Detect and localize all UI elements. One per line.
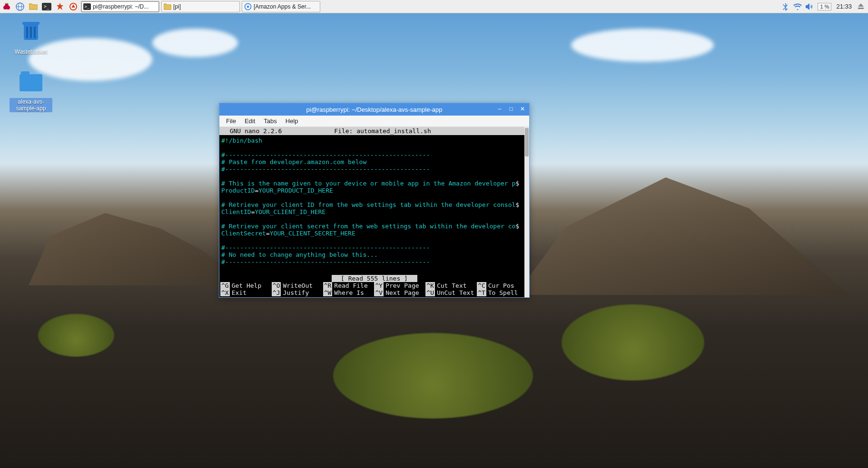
nano-shortcut: ^YPrev Page (374, 282, 425, 289)
task-filemgr-icon (164, 3, 171, 10)
editor-line: # Paste from developer.amazon.com below (221, 158, 527, 166)
file-manager[interactable] (28, 1, 39, 12)
editor-line: ClientSecret=YOUR_CLIENT_SECRET_HERE (221, 230, 527, 237)
wallpaper-cloud (571, 29, 714, 62)
menu-edit[interactable]: Edit (241, 117, 259, 126)
wallpaper-grass (333, 333, 533, 419)
nano-shortcut: ^CCur Pos (477, 282, 528, 289)
editor-line (221, 173, 527, 180)
nano-shortcut: ^RRead File (323, 282, 375, 289)
window-maximize-button[interactable]: □ (506, 105, 516, 113)
nano-version: GNU nano 2.2.6 (222, 127, 282, 135)
nano-shortcut: ^XExit (220, 289, 272, 296)
editor-line: #---------------------------------------… (221, 166, 527, 173)
editor-line (221, 237, 527, 244)
terminal-scrollbar[interactable] (524, 127, 529, 297)
nano-shortcut: ^KCut Text (425, 282, 477, 289)
task-terminal[interactable]: >_pi@raspberrypi: ~/D... (81, 1, 159, 12)
nano-shortcut-bar: ^GGet Help^OWriteOut^RRead File^YPrev Pa… (219, 282, 529, 297)
taskbar: >_ >_pi@raspberrypi: ~/D...[pi][Amazon A… (0, 0, 868, 13)
window-close-button[interactable]: ✕ (518, 105, 527, 113)
editor-line: # Retrieve your client ID from the web s… (221, 201, 527, 208)
nano-header: GNU nano 2.2.6 File: automated_install.s… (219, 127, 529, 135)
menu-help[interactable]: Help (282, 117, 302, 126)
task-chromium-icon (244, 3, 252, 10)
raspberry-menu[interactable] (1, 1, 12, 12)
window-titlebar[interactable]: pi@raspberrypi: ~/Desktop/alexa-avs-samp… (219, 103, 529, 116)
task-label: [pi] (173, 3, 181, 10)
editor-line: #---------------------------------------… (221, 151, 527, 158)
cpu-usage[interactable]: 1 % (818, 3, 831, 10)
menu-tabs[interactable]: Tabs (260, 117, 280, 126)
clock[interactable]: 21:33 (834, 3, 854, 10)
task-chromium[interactable]: [Amazon Apps & Ser... (242, 1, 320, 12)
editor-line: ClientID=YOUR_CLIENT_ID_HERE (221, 208, 527, 215)
editor-line (221, 194, 527, 201)
wifi-icon[interactable] (793, 2, 802, 11)
menu-file[interactable]: File (222, 117, 240, 126)
wallpaper-mountain (29, 209, 247, 285)
web-browser[interactable] (14, 1, 26, 12)
scrollbar-thumb[interactable] (525, 128, 529, 156)
svg-point-10 (247, 5, 249, 8)
eject-icon[interactable] (857, 2, 865, 11)
editor-line: # This is the name given to your device … (221, 180, 527, 187)
svg-marker-6 (57, 3, 63, 10)
folder-icon (20, 74, 42, 97)
wallpaper-grass (562, 304, 704, 380)
editor-line: #---------------------------------------… (221, 244, 527, 251)
terminal[interactable]: >_ (41, 1, 52, 12)
editor-line: # Retrieve your client secret from the w… (221, 223, 527, 230)
nano-shortcut: ^GGet Help (220, 282, 272, 289)
window-minimize-button[interactable]: – (495, 105, 504, 113)
bluetooth-icon[interactable] (780, 2, 790, 11)
nano-status: [ Read 555 lines ] (332, 275, 417, 282)
window-title: pi@raspberrypi: ~/Desktop/alexa-avs-samp… (306, 106, 443, 113)
editor-line (221, 144, 527, 151)
task-label: [Amazon Apps & Ser... (254, 3, 311, 10)
window-menubar: FileEditTabsHelp (219, 116, 529, 127)
task-filemgr[interactable]: [pi] (161, 1, 240, 12)
nano-shortcut: ^VNext Page (374, 289, 425, 296)
editor-line (221, 215, 527, 223)
wallpaper-cloud (152, 29, 238, 57)
desktop-icon-label: Wastebasket (10, 49, 52, 55)
nano-shortcut: ^OWriteOut (272, 282, 323, 289)
editor-line: # No need to change anything below this.… (221, 251, 527, 258)
editor-line: #!/bin/bash (221, 137, 527, 144)
task-label: pi@raspberrypi: ~/D... (93, 3, 148, 10)
svg-point-2 (5, 4, 9, 8)
nano-filename: File: automated_install.sh (334, 127, 431, 135)
wolfram[interactable] (68, 1, 79, 12)
terminal-content[interactable]: GNU nano 2.2.6 File: automated_install.s… (219, 127, 529, 297)
nano-editor-body[interactable]: #!/bin/bash #---------------------------… (219, 135, 529, 273)
nano-shortcut: ^JJustify (272, 289, 323, 296)
nano-shortcut: ^UUnCut Text (425, 289, 477, 296)
nano-shortcut: ^WWhere Is (323, 289, 375, 296)
desktop-icon-alexa-folder[interactable]: alexa-avs-sample-app (10, 71, 52, 112)
desktop-icon-label: alexa-avs-sample-app (10, 98, 52, 112)
wallpaper-mountain (516, 171, 849, 295)
editor-line: ProductID=YOUR_PRODUCT_ID_HERE (221, 187, 527, 194)
terminal-window: pi@raspberrypi: ~/Desktop/alexa-avs-samp… (219, 103, 530, 298)
task-terminal-icon: >_ (83, 3, 91, 10)
mathematica[interactable] (54, 1, 66, 12)
nano-shortcut: ^TTo Spell (477, 289, 528, 296)
editor-line: #---------------------------------------… (221, 258, 527, 265)
trash-icon (20, 25, 42, 48)
volume-icon[interactable] (805, 2, 815, 11)
wallpaper-grass (38, 314, 114, 357)
desktop-icon-wastebasket[interactable]: Wastebasket (10, 21, 52, 55)
